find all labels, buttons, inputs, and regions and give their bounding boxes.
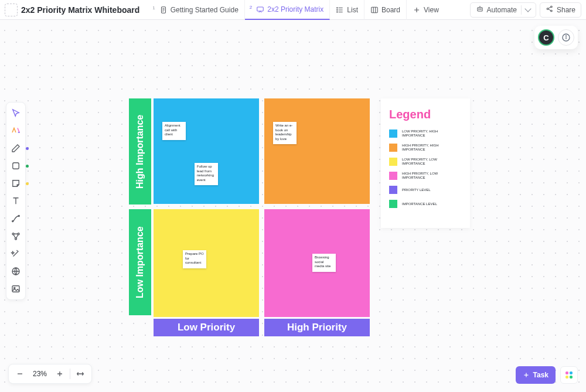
presence-corner: C (534, 26, 578, 49)
svg-rect-6 (478, 8, 482, 11)
zoom-controls: 23% (8, 364, 92, 384)
automate-button[interactable]: Automate (470, 2, 536, 18)
tab-badge: 1 (152, 5, 155, 11)
automate-label: Automate (487, 6, 517, 14)
tab-label: Getting Started Guide (171, 6, 239, 14)
legend-label: LOW PRIORITY, LOW IMPORTANCE (402, 158, 455, 166)
legend-title: Legend (389, 108, 462, 121)
legend-item: HIGH PRIORITY, HIGH IMPORTANCE (389, 144, 462, 152)
tab-getting-started[interactable]: 1 Getting Started Guide (148, 0, 245, 20)
color-indicator (26, 147, 29, 150)
task-button-label: Task (533, 371, 548, 379)
x-axis: Low Priority High Priority (154, 319, 370, 336)
svg-rect-14 (13, 163, 19, 169)
tool-connector[interactable] (8, 210, 24, 227)
svg-point-17 (12, 233, 14, 235)
legend-label: HIGH PRIORITY, HIGH IMPORTANCE (402, 144, 455, 152)
chevron-down-icon (524, 5, 531, 12)
tab-label: Board (381, 6, 400, 14)
legend-label: LOW PRIORITY, HIGH IMPORTANCE (402, 129, 455, 138)
tool-text[interactable] (8, 193, 24, 209)
tool-shape[interactable] (8, 158, 24, 174)
zoom-out-button[interactable] (12, 366, 28, 381)
avatar[interactable]: C (538, 29, 554, 46)
sticky-note[interactable]: Browsing social media site (312, 254, 336, 272)
svg-point-10 (551, 6, 553, 8)
robot-icon (476, 5, 484, 15)
quadrant-high-priority-high-importance[interactable]: Write an e-book on leadership by love (264, 98, 370, 204)
sticky-note[interactable]: Write an e-book on leadership by love (273, 122, 297, 144)
swatch (389, 200, 397, 208)
svg-point-13 (565, 36, 566, 36)
sticky-note[interactable]: Prepare PO for consultant (183, 250, 206, 268)
svg-point-2 (337, 7, 338, 8)
svg-rect-21 (12, 286, 19, 292)
tab-label: View (424, 6, 439, 14)
legend-item: HIGH PRIORITY, LOW IMPORTANCE (389, 172, 462, 180)
legend-label: IMPORTANCE LEVEL (402, 202, 437, 206)
color-indicator (26, 165, 29, 168)
svg-rect-1 (257, 6, 264, 11)
x-axis-low-priority[interactable]: Low Priority (154, 319, 259, 336)
sticky-note[interactable]: Alignment call with client (162, 122, 186, 140)
tool-select[interactable] (8, 105, 24, 121)
tool-ai[interactable] (8, 246, 24, 262)
legend-label: HIGH PRIORITY, LOW IMPORTANCE (402, 172, 455, 180)
svg-point-11 (551, 10, 553, 12)
zoom-fit-button[interactable] (73, 366, 88, 381)
quadrant-low-priority-low-importance[interactable]: Prepare PO for consultant (154, 209, 259, 317)
tool-pen[interactable] (8, 140, 24, 156)
swatch (389, 144, 397, 152)
whiteboard-icon (256, 5, 264, 13)
swatch (389, 186, 397, 194)
share-icon (546, 5, 554, 15)
tab-priority-matrix[interactable]: 2 2x2 Priority Matrix (245, 0, 330, 20)
svg-point-7 (479, 9, 479, 9)
legend-card[interactable]: Legend LOW PRIORITY, HIGH IMPORTANCE HIG… (381, 98, 470, 228)
top-bar: 2x2 Priority Matrix Whiteboard 1 Getting… (0, 0, 586, 20)
tool-relationship[interactable] (8, 228, 24, 244)
legend-label: PRIORITY LEVEL (402, 188, 431, 192)
share-button[interactable]: Share (540, 2, 581, 18)
color-indicator (26, 182, 29, 185)
swatch (389, 158, 397, 166)
tool-web[interactable] (8, 263, 24, 279)
apps-button[interactable] (560, 366, 578, 384)
quadrant-low-priority-high-importance[interactable]: Alignment call with client Follow up lea… (154, 98, 259, 204)
apps-icon (565, 371, 573, 379)
y-axis-high-importance[interactable]: High Importance (129, 98, 151, 204)
swatch (389, 172, 397, 180)
x-axis-high-priority[interactable]: High Priority (264, 319, 370, 336)
legend-item: IMPORTANCE LEVEL (389, 200, 462, 208)
whiteboard-canvas[interactable]: C (0, 20, 586, 392)
share-label: Share (557, 6, 575, 14)
legend-item: PRIORITY LEVEL (389, 186, 462, 194)
tool-image[interactable] (8, 281, 24, 297)
quadrant-high-priority-low-importance[interactable]: Browsing social media site (264, 209, 370, 317)
svg-point-18 (18, 233, 19, 235)
svg-point-8 (480, 9, 481, 9)
plus-icon (413, 6, 421, 14)
svg-point-4 (337, 11, 338, 12)
new-task-button[interactable]: Task (516, 366, 556, 384)
swatch (389, 129, 397, 138)
info-button[interactable] (558, 29, 574, 46)
tool-sticky-note[interactable] (8, 175, 24, 192)
svg-point-19 (15, 238, 17, 240)
sticky-note[interactable]: Follow up lead from networking event (195, 163, 218, 185)
list-icon (336, 6, 344, 14)
tab-list[interactable]: List (330, 0, 364, 20)
tab-add-view[interactable]: View (407, 0, 445, 20)
y-axis-low-importance[interactable]: Low Importance (129, 209, 151, 315)
tab-badge: 2 (250, 5, 252, 10)
tab-label: List (347, 6, 358, 14)
tab-label: 2x2 Priority Matrix (267, 5, 323, 13)
zoom-in-button[interactable] (52, 366, 67, 381)
tab-board[interactable]: Board (364, 0, 407, 20)
legend-item: LOW PRIORITY, HIGH IMPORTANCE (389, 129, 462, 138)
bottom-right-actions: Task (516, 366, 578, 384)
svg-point-3 (337, 9, 338, 10)
zoom-level[interactable]: 23% (29, 370, 51, 378)
tool-generate[interactable] (8, 122, 24, 139)
drawing-toolbar (6, 102, 26, 300)
